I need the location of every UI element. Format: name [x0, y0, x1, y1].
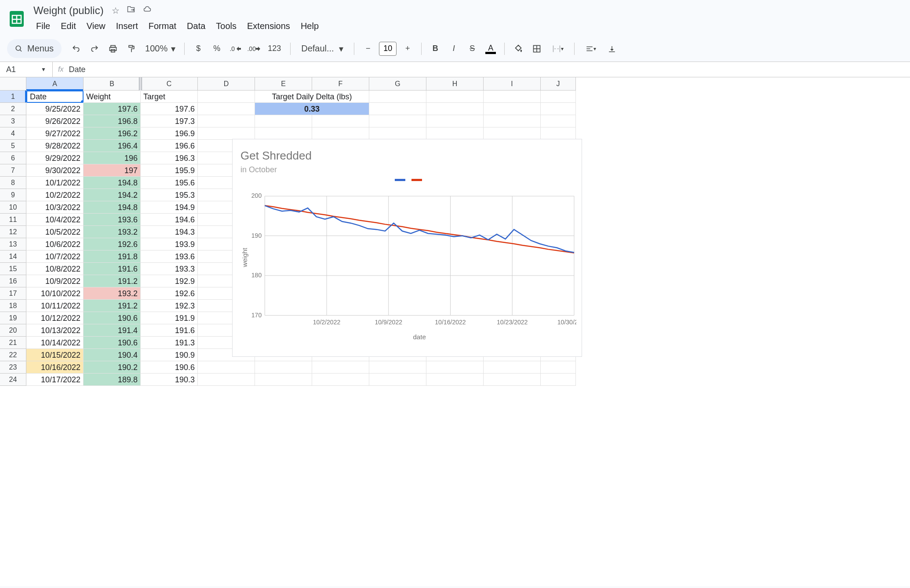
bold-button[interactable]: B: [427, 40, 444, 57]
column-header-A[interactable]: A: [26, 77, 84, 91]
increase-decimal-button[interactable]: .00: [245, 40, 262, 57]
row-header-14[interactable]: 14: [0, 250, 26, 263]
number-format-button[interactable]: 123: [264, 40, 285, 57]
row-header-10[interactable]: 10: [0, 201, 26, 214]
row-header-11[interactable]: 11: [0, 214, 26, 226]
cell-A16[interactable]: 10/9/2022: [26, 275, 84, 287]
cell-A8[interactable]: 10/1/2022: [26, 177, 84, 189]
menu-format[interactable]: Format: [144, 18, 181, 34]
cell-I1[interactable]: [484, 91, 541, 103]
cell-C6[interactable]: 196.3: [141, 152, 198, 164]
cell-H4[interactable]: [426, 127, 484, 140]
cell-C14[interactable]: 193.6: [141, 250, 198, 263]
document-title[interactable]: Weight (public): [32, 4, 106, 18]
cell-B15[interactable]: 191.6: [84, 263, 141, 275]
cell-A17[interactable]: 10/10/2022: [26, 287, 84, 300]
cell-C1[interactable]: Target: [141, 91, 198, 103]
cell-A22[interactable]: 10/15/2022: [26, 349, 84, 361]
cell-G4[interactable]: [369, 127, 426, 140]
cell-A18[interactable]: 10/11/2022: [26, 300, 84, 312]
cell-C24[interactable]: 190.3: [141, 374, 198, 386]
cell-H3[interactable]: [426, 115, 484, 127]
cell-C22[interactable]: 190.9: [141, 349, 198, 361]
row-header-8[interactable]: 8: [0, 177, 26, 189]
row-header-13[interactable]: 13: [0, 238, 26, 250]
cell-D24[interactable]: [198, 374, 255, 386]
cell-A12[interactable]: 10/5/2022: [26, 226, 84, 238]
row-header-21[interactable]: 21: [0, 337, 26, 349]
cell-D2[interactable]: [198, 103, 255, 115]
row-header-24[interactable]: 24: [0, 374, 26, 386]
row-header-5[interactable]: 5: [0, 140, 26, 152]
cell-B14[interactable]: 191.8: [84, 250, 141, 263]
cell-D23[interactable]: [198, 361, 255, 374]
cell-G24[interactable]: [369, 374, 426, 386]
cell-I24[interactable]: [484, 374, 541, 386]
row-header-6[interactable]: 6: [0, 152, 26, 164]
menu-extensions[interactable]: Extensions: [243, 18, 295, 34]
cell-G3[interactable]: [369, 115, 426, 127]
cell-C4[interactable]: 196.9: [141, 127, 198, 140]
cell-I2[interactable]: [484, 103, 541, 115]
increase-font-size-button[interactable]: +: [399, 40, 416, 57]
print-button[interactable]: [105, 40, 121, 57]
borders-button[interactable]: [528, 40, 545, 57]
undo-button[interactable]: [68, 40, 84, 57]
cell-B17[interactable]: 193.2: [84, 287, 141, 300]
cell-C20[interactable]: 191.6: [141, 324, 198, 337]
cell-C12[interactable]: 194.3: [141, 226, 198, 238]
cell-B13[interactable]: 192.6: [84, 238, 141, 250]
row-header-7[interactable]: 7: [0, 164, 26, 177]
column-header-H[interactable]: H: [426, 77, 484, 91]
cell-J1[interactable]: [541, 91, 576, 103]
column-header-F[interactable]: F: [312, 77, 369, 91]
cell-G2[interactable]: [369, 103, 426, 115]
cell-C2[interactable]: 197.6: [141, 103, 198, 115]
cell-I4[interactable]: [484, 127, 541, 140]
cell-C21[interactable]: 191.3: [141, 337, 198, 349]
strikethrough-button[interactable]: S: [464, 40, 480, 57]
cell-A20[interactable]: 10/13/2022: [26, 324, 84, 337]
cell-A2[interactable]: 9/25/2022: [26, 103, 84, 115]
move-icon[interactable]: [127, 5, 135, 16]
column-header-B[interactable]: B: [84, 77, 141, 91]
cell-D3[interactable]: [198, 115, 255, 127]
cell-A10[interactable]: 10/3/2022: [26, 201, 84, 214]
cell-B6[interactable]: 196: [84, 152, 141, 164]
percent-format-button[interactable]: %: [208, 40, 225, 57]
row-header-9[interactable]: 9: [0, 189, 26, 201]
column-header-G[interactable]: G: [369, 77, 426, 91]
cell-C17[interactable]: 192.6: [141, 287, 198, 300]
cell-F3[interactable]: [312, 115, 369, 127]
cell-B23[interactable]: 190.2: [84, 361, 141, 374]
cell-E4[interactable]: [255, 127, 312, 140]
row-header-17[interactable]: 17: [0, 287, 26, 300]
row-header-4[interactable]: 4: [0, 127, 26, 140]
cloud-status-icon[interactable]: [142, 5, 152, 16]
cell-J4[interactable]: [541, 127, 576, 140]
cell-C18[interactable]: 192.3: [141, 300, 198, 312]
row-header-18[interactable]: 18: [0, 300, 26, 312]
cell-J24[interactable]: [541, 374, 576, 386]
cell-C16[interactable]: 192.9: [141, 275, 198, 287]
menu-data[interactable]: Data: [182, 18, 210, 34]
cell-A23[interactable]: 10/16/2022: [26, 361, 84, 374]
cell-A15[interactable]: 10/8/2022: [26, 263, 84, 275]
cell-B18[interactable]: 191.2: [84, 300, 141, 312]
currency-format-button[interactable]: $: [190, 40, 207, 57]
font-family-dropdown[interactable]: Defaul... ▾: [296, 44, 349, 54]
name-box[interactable]: A1 ▼: [0, 62, 53, 77]
decrease-decimal-button[interactable]: .0: [227, 40, 244, 57]
cell-C15[interactable]: 193.3: [141, 263, 198, 275]
cell-H23[interactable]: [426, 361, 484, 374]
cell-C13[interactable]: 193.9: [141, 238, 198, 250]
menu-tools[interactable]: Tools: [211, 18, 241, 34]
menu-edit[interactable]: Edit: [56, 18, 80, 34]
cell-A6[interactable]: 9/29/2022: [26, 152, 84, 164]
cell-B20[interactable]: 191.4: [84, 324, 141, 337]
menus-search-button[interactable]: Menus: [7, 39, 62, 58]
cell-A9[interactable]: 10/2/2022: [26, 189, 84, 201]
row-header-23[interactable]: 23: [0, 361, 26, 374]
cell-B8[interactable]: 194.8: [84, 177, 141, 189]
cell-B11[interactable]: 193.6: [84, 214, 141, 226]
